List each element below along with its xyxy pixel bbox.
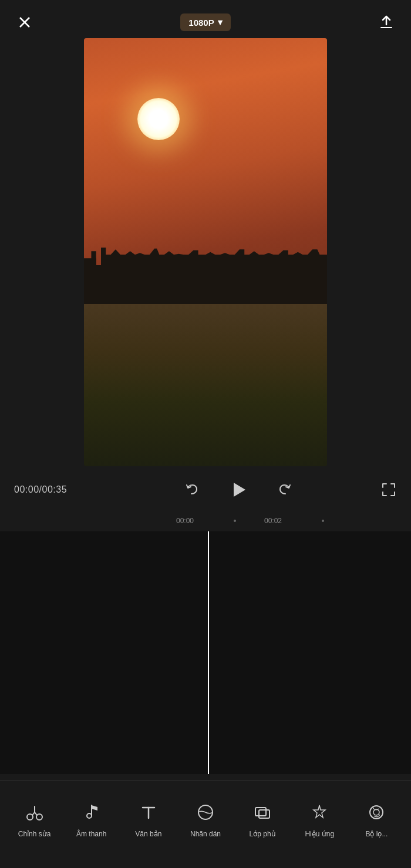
controls-center (96, 479, 380, 500)
close-button[interactable] (14, 12, 35, 33)
ruler-dot-2 (322, 520, 324, 522)
tool-label-lop-phu: Lớp phủ (250, 830, 276, 838)
controls-bar: 00:00/00:35 (0, 469, 411, 510)
toolbar-item-bo-loc[interactable]: Bộ lọ... (348, 799, 405, 838)
ruler-mark-0: 00:00 (176, 517, 206, 525)
tool-label-nhan-dan: Nhãn dán (190, 830, 221, 838)
ground-layer (84, 304, 327, 466)
toolbar-item-chinh-sua[interactable]: Chỉnh sửa (6, 799, 63, 838)
sun-orb (137, 98, 180, 140)
ruler-spacer-2 (294, 520, 352, 522)
undo-icon (183, 482, 200, 498)
fullscreen-icon (380, 482, 397, 498)
sticker-icon (193, 799, 218, 825)
svg-rect-21 (259, 810, 269, 818)
bottom-toolbar: Chỉnh sửa Âm thanh Văn bản (0, 780, 411, 868)
playhead (208, 531, 209, 774)
redo-icon (277, 482, 294, 498)
svg-marker-3 (234, 483, 245, 497)
resolution-label: 1080P (188, 18, 214, 28)
tool-label-hieu-ung: Hiệu ứng (305, 830, 334, 838)
fullscreen-button[interactable] (380, 482, 397, 498)
svg-rect-20 (255, 808, 266, 816)
effects-icon (306, 799, 332, 825)
ruler-dot-1 (234, 520, 236, 522)
play-button[interactable] (228, 479, 249, 500)
sunset-scene (84, 38, 327, 466)
tool-label-bo-loc: Bộ lọ... (365, 830, 388, 838)
redo-button[interactable] (277, 482, 294, 498)
video-preview (84, 38, 327, 466)
top-bar: 1080P ▾ (0, 0, 411, 40)
play-icon (228, 479, 249, 500)
timeline-ruler: 00:00 00:02 (0, 510, 411, 531)
export-icon (378, 14, 395, 30)
svg-point-23 (373, 809, 379, 815)
timeline-area[interactable]: Bật âmthanh clip Ảnh bìa (0, 531, 411, 774)
overlay-icon (250, 799, 275, 825)
export-button[interactable] (376, 12, 397, 33)
toolbar-item-hieu-ung[interactable]: Hiệu ứng (291, 799, 348, 838)
filter-icon (363, 799, 389, 825)
tool-label-am-thanh: Âm thanh (76, 830, 106, 838)
toolbar-item-van-ban[interactable]: Văn bản (120, 799, 177, 838)
resolution-arrow: ▾ (218, 17, 223, 28)
undo-button[interactable] (183, 482, 200, 498)
close-icon (18, 15, 32, 29)
svg-rect-2 (380, 27, 392, 28)
toolbar-item-am-thanh[interactable]: Âm thanh (63, 799, 120, 838)
time-display: 00:00/00:35 (14, 484, 96, 495)
text-icon (136, 799, 161, 825)
scissors-icon (22, 799, 48, 825)
ruler-mark-2: 00:02 (264, 517, 294, 525)
music-icon (79, 799, 105, 825)
toolbar-item-nhan-dan[interactable]: Nhãn dán (177, 799, 234, 838)
tool-label-van-ban: Văn bản (135, 830, 161, 838)
svg-point-16 (87, 813, 92, 818)
toolbar-item-lop-phu[interactable]: Lớp phủ (234, 799, 291, 838)
resolution-selector[interactable]: 1080P ▾ (180, 13, 230, 31)
ruler-spacer-1 (206, 520, 264, 522)
tool-label-chinh-sua: Chỉnh sửa (18, 830, 51, 838)
